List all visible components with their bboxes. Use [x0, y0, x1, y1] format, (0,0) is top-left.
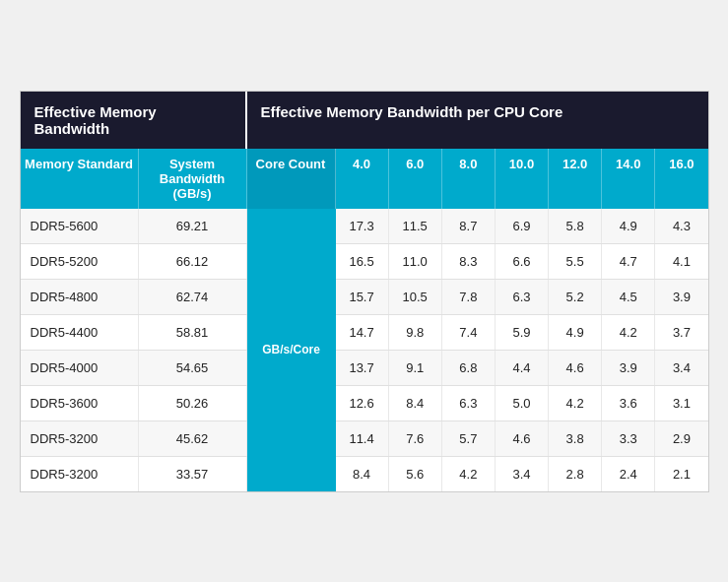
- cell-val: 3.8: [549, 421, 602, 456]
- cell-memory: DDR5-5200: [21, 244, 139, 279]
- cell-val: 11.5: [389, 209, 442, 243]
- cell-val: 7.4: [442, 315, 496, 350]
- cell-val: 8.7: [442, 209, 496, 243]
- cell-val: 9.1: [389, 351, 442, 385]
- col-header-4: 4.0: [336, 149, 389, 209]
- cell-val: 11.4: [336, 421, 389, 456]
- cell-val: 4.2: [549, 386, 602, 420]
- cell-bandwidth: 66.12: [139, 244, 247, 279]
- cell-val: 2.4: [602, 457, 655, 491]
- cell-val: 2.9: [655, 421, 707, 456]
- cell-val: 9.8: [389, 315, 442, 350]
- cell-val: 5.0: [496, 386, 549, 420]
- cell-val: 4.6: [496, 421, 549, 456]
- main-header: Effective Memory Bandwidth Effective Mem…: [21, 92, 708, 149]
- cell-val: 17.3: [336, 209, 389, 243]
- table-row: DDR5-4800 62.74 15.7 10.5 7.8 6.3 5.2 4.…: [21, 280, 708, 315]
- cell-val: 5.5: [549, 244, 602, 279]
- cell-val: 13.7: [336, 351, 389, 385]
- cell-val: 6.3: [496, 280, 549, 314]
- cell-bandwidth: 62.74: [139, 280, 247, 314]
- table-row: DDR5-3200 45.62 11.4 7.6 5.7 4.6 3.8 3.3…: [21, 421, 708, 457]
- cell-val: 14.7: [336, 315, 389, 350]
- cell-val: 10.5: [389, 280, 442, 314]
- col-header-10: 10.0: [496, 149, 549, 209]
- cell-val: 4.6: [549, 351, 602, 385]
- cell-val: 5.9: [496, 315, 549, 350]
- cell-val: 3.3: [602, 421, 655, 456]
- cell-val: 4.5: [602, 280, 655, 314]
- main-table: Effective Memory Bandwidth Effective Mem…: [20, 91, 709, 492]
- cell-val: 6.8: [442, 351, 496, 385]
- cell-val: 8.4: [336, 457, 389, 491]
- table-row: DDR5-3200 33.57 8.4 5.6 4.2 3.4 2.8 2.4 …: [21, 457, 708, 491]
- cell-val: 4.9: [549, 315, 602, 350]
- table-row: DDR5-5600 69.21 17.3 11.5 8.7 6.9 5.8 4.…: [21, 209, 708, 244]
- cell-memory: DDR5-4000: [21, 351, 139, 385]
- cell-val: 16.5: [336, 244, 389, 279]
- cell-val: 2.8: [549, 457, 602, 491]
- cell-memory: DDR5-4400: [21, 315, 139, 350]
- cell-bandwidth: 45.62: [139, 421, 247, 456]
- col-header-bandwidth: System Bandwidth (GB/s): [139, 149, 247, 209]
- cell-val: 4.7: [602, 244, 655, 279]
- col-header-8: 8.0: [442, 149, 496, 209]
- cell-val: 6.9: [496, 209, 549, 243]
- cell-memory: DDR5-4800: [21, 280, 139, 314]
- col-header-6: 6.0: [389, 149, 442, 209]
- cell-val: 3.7: [655, 315, 707, 350]
- cell-val: 4.1: [655, 244, 707, 279]
- cell-val: 4.4: [496, 351, 549, 385]
- cell-val: 2.1: [655, 457, 707, 491]
- core-count-merged-cell: GB/s/Core: [247, 209, 336, 491]
- cell-val: 7.6: [389, 421, 442, 456]
- cell-val: 4.2: [602, 315, 655, 350]
- cell-val: 11.0: [389, 244, 442, 279]
- header-left-title: Effective Memory Bandwidth: [21, 92, 247, 149]
- cell-val: 3.4: [655, 351, 707, 385]
- col-header-14: 14.0: [602, 149, 655, 209]
- table-row: DDR5-5200 66.12 16.5 11.0 8.3 6.6 5.5 4.…: [21, 244, 708, 280]
- cell-val: 3.6: [602, 386, 655, 420]
- cell-val: 3.1: [655, 386, 707, 420]
- cell-val: 6.6: [496, 244, 549, 279]
- cell-bandwidth: 33.57: [139, 457, 247, 491]
- cell-val: 6.3: [442, 386, 496, 420]
- cell-val: 4.2: [442, 457, 496, 491]
- col-header-16: 16.0: [655, 149, 707, 209]
- table-row: DDR5-3600 50.26 12.6 8.4 6.3 5.0 4.2 3.6…: [21, 386, 708, 421]
- cell-val: 8.3: [442, 244, 496, 279]
- cell-memory: DDR5-3200: [21, 421, 139, 456]
- cell-val: 4.9: [602, 209, 655, 243]
- cell-val: 15.7: [336, 280, 389, 314]
- col-header-core-count: Core Count: [247, 149, 336, 209]
- table-row: DDR5-4400 58.81 14.7 9.8 7.4 5.9 4.9 4.2…: [21, 315, 708, 351]
- col-header-12: 12.0: [549, 149, 602, 209]
- cell-memory: DDR5-3600: [21, 386, 139, 420]
- cell-bandwidth: 58.81: [139, 315, 247, 350]
- cell-val: 8.4: [389, 386, 442, 420]
- cell-bandwidth: 50.26: [139, 386, 247, 420]
- cell-memory: DDR5-5600: [21, 209, 139, 243]
- header-right-title: Effective Memory Bandwidth per CPU Core: [247, 92, 708, 149]
- cell-val: 3.4: [496, 457, 549, 491]
- cell-val: 5.2: [549, 280, 602, 314]
- sub-header: Memory Standard System Bandwidth (GB/s) …: [21, 149, 708, 209]
- cell-val: 7.8: [442, 280, 496, 314]
- cell-memory: DDR5-3200: [21, 457, 139, 491]
- cell-val: 5.8: [549, 209, 602, 243]
- cell-val: 3.9: [655, 280, 707, 314]
- cell-bandwidth: 54.65: [139, 351, 247, 385]
- cell-val: 5.6: [389, 457, 442, 491]
- cell-bandwidth: 69.21: [139, 209, 247, 243]
- cell-val: 12.6: [336, 386, 389, 420]
- table-row: DDR5-4000 54.65 13.7 9.1 6.8 4.4 4.6 3.9…: [21, 351, 708, 386]
- col-header-memory: Memory Standard: [21, 149, 139, 209]
- cell-val: 4.3: [655, 209, 707, 243]
- cell-val: 3.9: [602, 351, 655, 385]
- cell-val: 5.7: [442, 421, 496, 456]
- rows-wrapper: GB/s/Core DDR5-5600 69.21 17.3 11.5 8.7 …: [21, 209, 708, 491]
